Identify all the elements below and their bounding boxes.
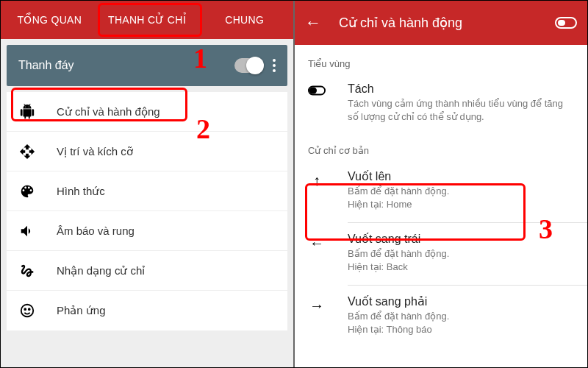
svg-point-2 <box>29 308 30 310</box>
gesture-sub2: Hiện tại: Home <box>348 198 574 211</box>
bottom-bar-header: Thanh đáy <box>7 45 287 86</box>
arrow-left-icon: ← <box>308 235 326 252</box>
gesture-title: Vuốt sang phải <box>348 294 574 308</box>
top-tabs: TỔNG QUAN THANH CỬ CHỈ CHUNG <box>1 1 293 39</box>
arrow-right-icon: → <box>308 297 326 314</box>
bottom-bar-toggle[interactable] <box>234 58 262 73</box>
left-screen: TỔNG QUAN THANH CỬ CHỈ CHUNG Thanh đáy C… <box>1 1 295 367</box>
row-label: Nhận dạng cử chỉ <box>57 264 145 277</box>
svg-rect-4 <box>309 87 317 93</box>
gesture-sub2: Hiện tại: Thông báo <box>348 323 574 336</box>
settings-list: Cử chỉ và hành động Vị trí và kích cỡ Hì… <box>7 92 287 330</box>
right-body: Tiểu vùng Tách Tách vùng cảm ứng thành n… <box>295 45 587 367</box>
gesture-title: Vuốt sang trái <box>348 232 574 246</box>
row-gestures-actions[interactable]: Cử chỉ và hành động <box>7 92 287 132</box>
row-label: Vị trí và kích cỡ <box>57 145 133 158</box>
arrow-up-icon: ↑ <box>308 172 326 189</box>
pill-icon[interactable] <box>555 17 577 29</box>
row-label: Hình thức <box>57 185 105 198</box>
gesture-title: Vuốt lên <box>348 169 574 183</box>
back-arrow-icon[interactable]: ← <box>305 13 321 32</box>
item-swipe-right[interactable]: → Vuốt sang phải Bấm để đặt hành động. H… <box>295 286 587 344</box>
row-sound-vibrate[interactable]: Âm báo và rung <box>7 211 287 251</box>
tab-gesture-bar[interactable]: THANH CỬ CHỈ <box>98 1 196 39</box>
bottom-bar-title: Thanh đáy <box>18 59 234 72</box>
gesture-sub2: Hiện tại: Back <box>348 261 574 274</box>
palette-icon <box>18 183 36 200</box>
pill-split-icon <box>308 85 326 96</box>
gesture-sub1: Bấm để đặt hành động. <box>348 247 574 261</box>
gesture-sub1: Bấm để đặt hành động. <box>348 185 574 198</box>
row-appearance[interactable]: Hình thức <box>7 171 287 211</box>
row-label: Âm báo và rung <box>57 224 135 237</box>
right-header: ← Cử chỉ và hành động <box>295 1 587 45</box>
row-reaction[interactable]: Phản ứng <box>7 291 287 330</box>
right-screen: ← Cử chỉ và hành động Tiểu vùng Tách Tác… <box>295 1 587 367</box>
row-position-size[interactable]: Vị trí và kích cỡ <box>7 132 287 171</box>
gesture-sub1: Bấm để đặt hành động. <box>348 310 574 323</box>
item-split[interactable]: Tách Tách vùng cảm ứng thành nhiều tiểu … <box>295 74 587 132</box>
tab-general[interactable]: CHUNG <box>196 1 293 39</box>
volume-icon <box>18 222 36 240</box>
svg-point-1 <box>24 308 26 310</box>
row-label: Cử chỉ và hành động <box>57 105 160 118</box>
section-subzones-label: Tiểu vùng <box>295 45 587 74</box>
move-icon <box>18 143 36 160</box>
android-icon <box>18 103 36 121</box>
row-label: Phản ứng <box>57 304 106 317</box>
item-split-desc: Tách vùng cảm ứng thành nhiều tiểu vùng … <box>348 97 574 123</box>
right-title: Cử chỉ và hành động <box>339 15 555 31</box>
item-swipe-up[interactable]: ↑ Vuốt lên Bấm để đặt hành động. Hiện tạ… <box>295 160 587 219</box>
smile-icon <box>18 302 36 319</box>
overflow-menu-icon[interactable] <box>273 59 276 72</box>
section-basic-label: Cử chỉ cơ bản <box>295 132 587 160</box>
item-split-title: Tách <box>348 82 574 96</box>
svg-point-0 <box>21 305 34 317</box>
row-gesture-recognition[interactable]: Nhận dạng cử chỉ <box>7 251 287 291</box>
tab-overview[interactable]: TỔNG QUAN <box>1 1 98 39</box>
item-swipe-left[interactable]: ← Vuốt sang trái Bấm để đặt hành động. H… <box>295 223 587 282</box>
gesture-icon <box>18 262 36 280</box>
